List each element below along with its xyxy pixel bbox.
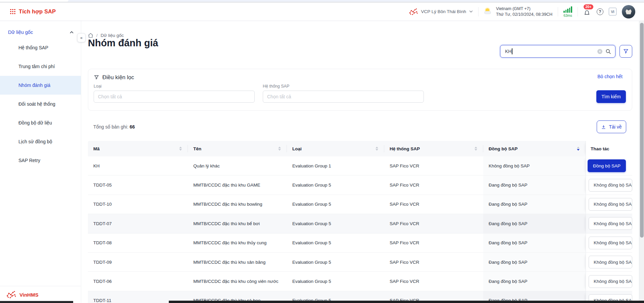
cell-dong-bo-sap: Đang đồng bộ SAP bbox=[483, 272, 586, 291]
cell-he-thong-sap: SAP Fico VCR bbox=[384, 156, 483, 175]
help-glyph: ? bbox=[599, 9, 601, 14]
sidebar-item-sap-retry[interactable]: SAP Retry bbox=[0, 151, 81, 170]
filter-field-he-thong-sap: Hệ thống SAP Chọn tất cả bbox=[263, 84, 424, 103]
table-body: KHQuản lý khácEvaluation Group 1SAP Fico… bbox=[88, 156, 632, 303]
no-sync-sap-button[interactable]: Không đồng bộ SAP bbox=[589, 198, 632, 211]
scrollbar-thumb[interactable] bbox=[640, 23, 644, 238]
cell-he-thong-sap: SAP Fico VCR bbox=[384, 175, 483, 194]
header-divider bbox=[578, 7, 578, 16]
funnel-icon bbox=[94, 74, 99, 80]
header-divider bbox=[478, 7, 479, 16]
sidebar-item-lich-su-dong-bo[interactable]: Lịch sử đồng bộ bbox=[0, 132, 81, 151]
table-row: TDDT-06MMTB/CCDC đặc thù khu công viên n… bbox=[88, 272, 632, 291]
clear-all-link[interactable]: Bỏ chọn hết bbox=[597, 74, 623, 79]
cell-ma: TDDT-09 bbox=[88, 253, 188, 271]
home-icon[interactable] bbox=[88, 33, 93, 38]
sort-icon-desc-active[interactable] bbox=[577, 147, 580, 151]
latency-value: 63ms bbox=[563, 13, 572, 17]
org-name: VCP Lý Bôn Thái Bình bbox=[421, 9, 466, 14]
vinhms-logo-icon bbox=[6, 291, 16, 299]
search-icon[interactable] bbox=[605, 49, 611, 54]
cell-ma: TDDT-08 bbox=[88, 234, 188, 252]
notification-badge: 20+ bbox=[584, 4, 593, 10]
cell-loai: Evaluation Group 5 bbox=[287, 214, 384, 233]
table-header: Mã Tên Loại Hệ thống SAP bbox=[88, 141, 632, 156]
no-sync-sap-button[interactable]: Không đồng bộ SAP bbox=[589, 179, 632, 192]
filter-panel: Điều kiện lọc Bỏ chọn hết Loại Chọn tất … bbox=[88, 69, 632, 111]
horizontal-scrollbar-thumb[interactable] bbox=[169, 301, 644, 303]
help-button[interactable]: ? bbox=[597, 8, 603, 15]
table-row: KHQuản lý khácEvaluation Group 1SAP Fico… bbox=[88, 156, 632, 175]
select-placeholder: Chọn tất cả bbox=[267, 94, 291, 99]
app-header: Tích hợp SAP VCP Lý Bôn Thái Bình bbox=[0, 3, 644, 21]
org-selector[interactable]: VCP Lý Bôn Thái Bình bbox=[409, 8, 473, 15]
chevron-down-icon bbox=[469, 10, 473, 13]
column-header-loai[interactable]: Loại bbox=[287, 141, 384, 156]
sidebar-group-du-lieu-goc[interactable]: Dữ liệu gốc bbox=[0, 21, 81, 38]
submit-search-button[interactable]: Tìm kiếm bbox=[596, 90, 626, 103]
sidebar-item-trung-tam-chi-phi[interactable]: Trung tâm chi phí bbox=[0, 57, 81, 76]
sidebar-group-label: Dữ liệu gốc bbox=[8, 30, 33, 35]
language-code: VI bbox=[611, 10, 614, 14]
sidebar-item-dong-bo-du-lieu[interactable]: Đồng bộ dữ liệu bbox=[0, 113, 81, 132]
column-header-thao-tac: Thao tác bbox=[586, 141, 632, 156]
cell-dong-bo-sap: Đang đồng bộ SAP bbox=[483, 195, 586, 214]
cell-he-thong-sap: SAP Fico VCR bbox=[384, 214, 483, 233]
cell-ma: TDDT-06 bbox=[88, 272, 188, 291]
filter-panel-title: Điều kiện lọc bbox=[102, 74, 134, 81]
no-sync-sap-button[interactable]: Không đồng bộ SAP bbox=[589, 275, 632, 288]
sidebar: Dữ liệu gốc Hệ thống SAP Trung tâm chi p… bbox=[0, 21, 81, 303]
records-summary-row: Tổng số bản ghi: 66 Tải về bbox=[88, 120, 632, 134]
field-label: Loại bbox=[94, 84, 255, 89]
he-thong-sap-select[interactable]: Chọn tất cả bbox=[263, 91, 424, 103]
no-sync-sap-button[interactable]: Không đồng bộ SAP bbox=[589, 256, 632, 268]
download-button[interactable]: Tải về bbox=[597, 120, 626, 133]
status-bar-fragment bbox=[0, 301, 73, 303]
download-label: Tải về bbox=[609, 124, 622, 130]
notifications-button[interactable]: 20+ bbox=[583, 7, 591, 16]
language-switcher[interactable]: VI bbox=[609, 8, 616, 15]
app-title: Tích hợp SAP bbox=[19, 8, 56, 15]
no-sync-sap-button[interactable]: Không đồng bộ SAP bbox=[589, 217, 632, 230]
column-header-ten[interactable]: Tên bbox=[188, 141, 287, 156]
cell-ten: MMTB/CCDC đặc thù khu GAME bbox=[188, 175, 287, 194]
table-row: TDDT-10MMTB/CCDC đặc thù khu bowlingEval… bbox=[88, 195, 632, 214]
sidebar-item-nhom-danh-gia[interactable]: Nhóm đánh giá bbox=[0, 76, 81, 95]
latency-indicator: 63ms bbox=[563, 6, 572, 17]
loai-select[interactable]: Chọn tất cả bbox=[94, 91, 255, 103]
search-input[interactable]: KH × bbox=[500, 45, 615, 58]
cell-ten: Quản lý khác bbox=[188, 156, 287, 175]
sort-icon[interactable] bbox=[278, 147, 281, 151]
sort-icon[interactable] bbox=[179, 147, 182, 151]
cell-dong-bo-sap: Đang đồng bộ SAP bbox=[483, 175, 586, 194]
cell-thao-tac: Không đồng bộ SAP bbox=[586, 195, 632, 214]
cell-ten: MMTB/CCDC đặc thù khu thủy cung bbox=[188, 234, 287, 252]
clear-search-icon[interactable]: × bbox=[597, 49, 602, 54]
breadcrumb-current[interactable]: Dữ liệu gốc bbox=[101, 33, 124, 38]
grid-menu-icon bbox=[10, 9, 15, 14]
no-sync-sap-button[interactable]: Không đồng bộ SAP bbox=[589, 237, 632, 249]
app-logo[interactable]: Tích hợp SAP bbox=[10, 8, 56, 15]
column-header-ma[interactable]: Mã bbox=[88, 141, 188, 156]
cell-dong-bo-sap: Đang đồng bộ SAP bbox=[483, 234, 586, 252]
locale-block: Vietnam (GMT +7) Thứ Tư, 02/10/2024, 08:… bbox=[484, 6, 552, 17]
table-row: TDDT-09MMTB/CCDC đặc thù khu sân băngEva… bbox=[88, 253, 632, 272]
sidebar-collapse-button[interactable]: « bbox=[77, 33, 86, 42]
cell-he-thong-sap: SAP Fico VCR bbox=[384, 253, 483, 271]
vertical-scrollbar[interactable] bbox=[639, 21, 644, 303]
filter-toggle-button[interactable] bbox=[620, 45, 632, 58]
cell-ma: TDDT-10 bbox=[88, 195, 188, 214]
column-header-he-thong-sap[interactable]: Hệ thống SAP bbox=[384, 141, 483, 156]
signal-bars-icon bbox=[563, 6, 572, 13]
sort-icon[interactable] bbox=[376, 147, 378, 151]
sidebar-item-he-thong-sap[interactable]: Hệ thống SAP bbox=[0, 38, 81, 57]
sun-cloud-icon bbox=[484, 8, 493, 15]
sidebar-item-doi-soat-he-thong[interactable]: Đối soát hệ thống bbox=[0, 95, 81, 113]
cell-thao-tac: Không đồng bộ SAP bbox=[586, 214, 632, 233]
user-avatar[interactable] bbox=[622, 5, 635, 18]
cell-loai: Evaluation Group 1 bbox=[287, 156, 384, 175]
sync-sap-button[interactable]: Đồng bộ SAP bbox=[588, 159, 626, 172]
sort-icon[interactable] bbox=[475, 147, 477, 151]
sidebar-footer: VinHMS bbox=[0, 286, 81, 303]
column-header-dong-bo-sap[interactable]: Đồng bộ SAP bbox=[483, 141, 586, 156]
